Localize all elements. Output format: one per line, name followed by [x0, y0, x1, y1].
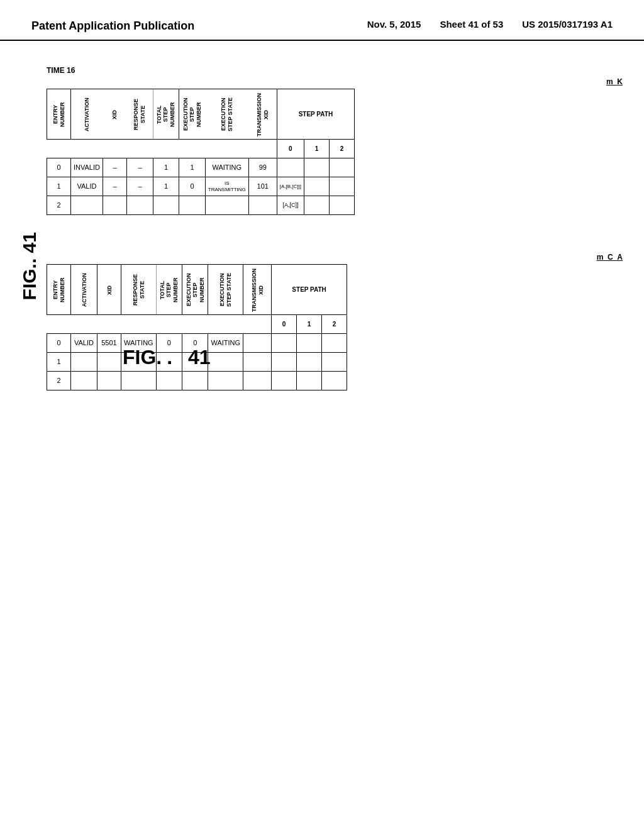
cell-sp2-r	[322, 334, 347, 353]
pub-title-text: Patent Application Publication	[31, 19, 194, 32]
time-label: TIME 16	[47, 66, 625, 75]
table-row: 0 INVALID – – 1 1 WAITING 99	[47, 158, 355, 177]
col-total-step-r: TOTALSTEPNUMBER	[156, 265, 182, 315]
cell-response	[126, 196, 153, 215]
cell-activation: VALID	[71, 177, 103, 196]
cell-entry: 0	[47, 158, 71, 177]
cell-sp0	[277, 158, 304, 177]
col-exec-state: EXECUTIONSTEP STATE	[205, 89, 248, 140]
cell-sp1	[304, 196, 330, 215]
cell-exec-step	[179, 196, 205, 215]
cell-sp1	[304, 158, 330, 177]
header-meta: Nov. 5, 2015 Sheet 41 of 53 US 2015/0317…	[367, 19, 613, 30]
cell-sp2-r	[322, 353, 347, 372]
figure-label-area: FIG.. 41	[19, 141, 40, 390]
cell-total-step-r	[156, 372, 182, 390]
cell-sp0-r	[272, 353, 297, 372]
cell-sp2-r	[322, 372, 347, 390]
cell-entry-r: 1	[47, 353, 71, 372]
cell-activation-r	[71, 372, 97, 390]
m-k-label: m_K	[606, 77, 623, 86]
cell-response: –	[126, 158, 153, 177]
figure-title: FIG.. 41	[123, 346, 211, 369]
right-table-wrapper: ENTRYNUMBER ACTIVATION XID RESPONSESTATE…	[47, 264, 625, 390]
left-table-block: TIME 16 m_K ENTRYNUMBER ACTIVATION XID	[47, 66, 625, 215]
col-step-path-r: STEP PATH	[272, 265, 347, 315]
col-step-path: STEP PATH	[277, 89, 354, 140]
cell-exec-state	[205, 196, 248, 215]
sheet-number: Sheet 41 of 53	[440, 19, 503, 30]
col-total-step: TOTALSTEPNUMBER	[153, 89, 179, 140]
cell-tx-xid: 101	[248, 177, 277, 196]
cell-sp1-r	[297, 334, 322, 353]
cell-exec-state-r	[208, 353, 243, 372]
table-row: 1 VALID – – 1 0 ISTRANSMITTING 101 [A,[B…	[47, 177, 355, 196]
cell-activation-r	[71, 353, 97, 372]
col-response: RESPONSESTATE	[126, 89, 153, 140]
right-table: ENTRYNUMBER ACTIVATION XID RESPONSESTATE…	[47, 264, 347, 390]
col-tx-xid-r: TRANSMISSIONXID	[243, 265, 272, 315]
cell-entry-r: 0	[47, 334, 71, 353]
right-table-block: m_C_A ENTRYNUMBER ACTIVATION XID RESPONS…	[47, 253, 625, 390]
cell-exec-step: 0	[179, 177, 205, 196]
cell-xid-r	[97, 353, 121, 372]
cell-tx-xid-r	[243, 334, 272, 353]
cell-xid-r	[97, 372, 121, 390]
cell-sp2	[330, 177, 355, 196]
cell-tx-xid-r	[243, 372, 272, 390]
m-ca-label: m_C_A	[597, 253, 623, 262]
cell-total-step: 1	[153, 158, 179, 177]
table-row: 2 [A,[C]]	[47, 196, 355, 215]
col-exec-step-r: EXECUTIONSTEPNUMBER	[182, 265, 208, 315]
cell-entry: 2	[47, 196, 71, 215]
cell-response-r	[121, 372, 157, 390]
header-right: Nov. 5, 2015 Sheet 41 of 53 US 2015/0317…	[367, 19, 613, 30]
cell-sp2	[330, 158, 355, 177]
cell-sp1-r	[297, 372, 322, 390]
cell-exec-state: ISTRANSMITTING	[205, 177, 248, 196]
col-exec-state-r: EXECUTIONSTEP STATE	[208, 265, 243, 315]
cell-sp0: [A,[B,[C]]]	[277, 177, 304, 196]
cell-activation-r: VALID	[71, 334, 97, 353]
cell-xid: –	[103, 177, 126, 196]
left-table: ENTRYNUMBER ACTIVATION XID RESPONSESTATE…	[47, 89, 355, 215]
left-table-wrapper: ENTRYNUMBER ACTIVATION XID RESPONSESTATE…	[47, 89, 625, 215]
cell-exec-state-r: WAITING	[208, 334, 243, 353]
page-header: Patent Application Publication Nov. 5, 2…	[0, 0, 644, 41]
table-row: 2	[47, 372, 347, 390]
col-exec-step: EXECUTIONSTEPNUMBER	[179, 89, 205, 140]
col-activation-r: ACTIVATION	[71, 265, 97, 315]
patent-number: US 2015/0317193 A1	[522, 19, 613, 30]
col-entry: ENTRYNUMBER	[47, 89, 71, 140]
col-xid: XID	[103, 89, 126, 140]
cell-total-step	[153, 196, 179, 215]
cell-total-step: 1	[153, 177, 179, 196]
main-area: FIG.. 41 TIME 16 m_K EN	[0, 41, 644, 403]
cell-exec-state: WAITING	[205, 158, 248, 177]
left-table-top-labels: m_K	[47, 77, 625, 86]
cell-sp0-r	[272, 372, 297, 390]
cell-exec-step-r	[182, 372, 208, 390]
cell-xid	[103, 196, 126, 215]
cell-sp1-r	[297, 353, 322, 372]
cell-xid-r: 5501	[97, 334, 121, 353]
right-table-top-labels: m_C_A	[47, 253, 625, 262]
cell-tx-xid: 99	[248, 158, 277, 177]
cell-exec-step: 1	[179, 158, 205, 177]
col-response-r: RESPONSESTATE	[121, 265, 157, 315]
pub-date: Nov. 5, 2015	[367, 19, 421, 30]
fig-num: 41	[188, 346, 211, 369]
cell-entry: 1	[47, 177, 71, 196]
col-tx-xid: TRANSMISSIONXID	[248, 89, 277, 140]
cell-activation: INVALID	[71, 158, 103, 177]
fig-word: FIG.	[123, 346, 162, 369]
publication-title: Patent Application Publication	[31, 19, 194, 33]
col-activation: ACTIVATION	[71, 89, 103, 140]
cell-response: –	[126, 177, 153, 196]
cell-sp2	[330, 196, 355, 215]
cell-sp1	[304, 177, 330, 196]
cell-exec-state-r	[208, 372, 243, 390]
cell-xid: –	[103, 158, 126, 177]
col-xid-r: XID	[97, 265, 121, 315]
tables-area: TIME 16 m_K ENTRYNUMBER ACTIVATION XID	[47, 66, 625, 390]
